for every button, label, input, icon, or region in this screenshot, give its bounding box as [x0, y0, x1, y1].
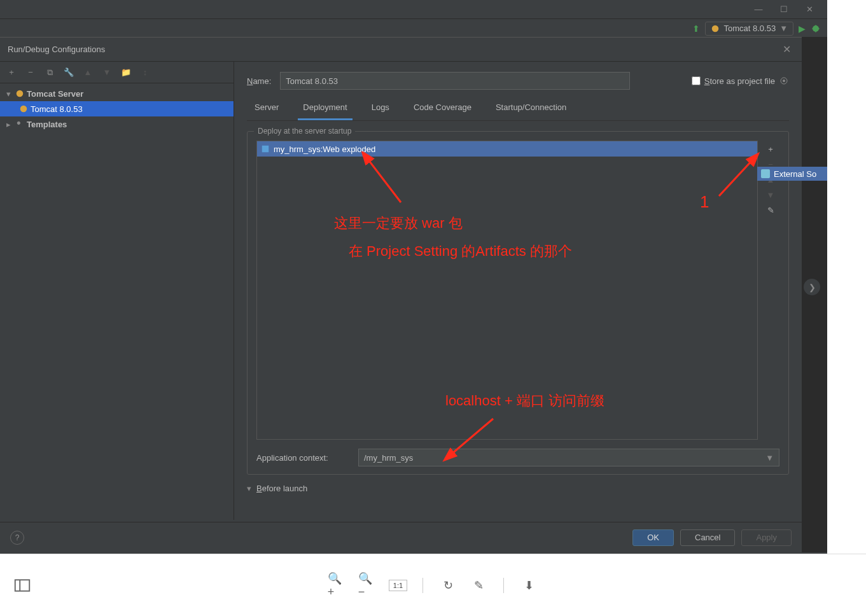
ok-button[interactable]: OK [632, 529, 674, 546]
expand-icon[interactable]: ▾ [6, 89, 13, 99]
zoom-out-icon[interactable]: 🔍− [358, 576, 377, 595]
run-config-selected: Tomcat 8.0.53 [723, 24, 776, 33]
folder-icon[interactable]: 📁 [118, 65, 134, 80]
config-details-pane: Name: Store as project file Server Deplo… [234, 62, 802, 520]
expand-panel-button[interactable]: ❯ [804, 279, 820, 295]
close-dialog-button[interactable]: ✕ [779, 42, 794, 57]
svg-rect-12 [15, 580, 30, 591]
zoom-ratio-box[interactable]: 1:1 [389, 580, 407, 591]
tree-node-tomcat-server[interactable]: ▾ Tomcat Server [0, 86, 234, 101]
right-collapsed-panel: ❯ [802, 37, 827, 552]
svg-point-5 [20, 106, 27, 113]
deploy-section: Deploy at the server startup my_hrm_sys:… [247, 131, 789, 475]
tree-label: Templates [27, 120, 67, 129]
image-viewer-toolbar: 🔍+ 🔍− 1:1 ↻ ✎ ⬇ [0, 554, 866, 616]
help-button[interactable]: ? [10, 531, 24, 545]
tab-logs[interactable]: Logs [367, 99, 395, 120]
app-context-dropdown[interactable]: /my_hrm_sys ▼ [358, 449, 779, 466]
svg-point-7 [783, 80, 785, 82]
gear-icon[interactable] [779, 76, 789, 86]
edit-config-icon[interactable]: 🔧 [61, 65, 76, 80]
deploy-list[interactable]: my_hrm_sys:Web exploded [256, 141, 758, 440]
sidebar-toggle-icon[interactable] [13, 576, 32, 595]
before-launch-section[interactable]: ▾ Before launch [247, 484, 789, 493]
debug-icon[interactable] [811, 24, 821, 34]
deploy-list-item[interactable]: my_hrm_sys:Web exploded [257, 141, 757, 157]
zoom-in-icon[interactable]: 🔍+ [328, 576, 347, 595]
cancel-button[interactable]: Cancel [680, 529, 735, 546]
minimize-button[interactable]: — [746, 1, 771, 18]
main-toolbar: ⬆ Tomcat 8.0.53 ▼ ▶ [0, 19, 827, 38]
expand-icon[interactable]: ▾ [247, 484, 251, 493]
expand-icon[interactable]: ▸ [6, 120, 13, 129]
svg-point-4 [17, 90, 24, 97]
tab-server[interactable]: Server [249, 99, 284, 120]
chevron-down-icon: ▼ [765, 453, 774, 463]
svg-point-0 [712, 25, 719, 32]
popup-item-label: External So [774, 169, 816, 179]
sort-icon[interactable]: ↕ [137, 65, 153, 80]
add-menu-popup-item[interactable]: External So [757, 167, 827, 181]
tomcat-icon [711, 24, 720, 33]
tab-code-coverage[interactable]: Code Coverage [409, 99, 477, 120]
tomcat-icon [15, 89, 24, 98]
app-context-value: /my_hrm_sys [364, 453, 413, 463]
copy-config-icon[interactable]: ⧉ [42, 65, 57, 80]
add-deploy-button[interactable]: + [764, 142, 778, 156]
deploy-down-button[interactable]: ▼ [764, 188, 778, 202]
move-up-icon[interactable]: ▲ [80, 65, 95, 80]
tab-startup-connection[interactable]: Startup/Connection [491, 99, 571, 120]
before-launch-label: Before launch [256, 484, 307, 493]
apply-button[interactable]: Apply [741, 529, 792, 546]
tree-label: Tomcat 8.0.53 [31, 104, 83, 114]
svg-rect-8 [262, 146, 269, 153]
download-icon[interactable]: ⬇ [519, 576, 538, 595]
tomcat-icon [19, 104, 28, 113]
rotate-icon[interactable]: ↻ [438, 576, 457, 595]
edit-deploy-button[interactable]: ✎ [764, 203, 778, 217]
add-config-icon[interactable]: + [4, 65, 19, 80]
store-as-project-checkbox[interactable] [692, 76, 701, 85]
config-tabs: Server Deployment Logs Code Coverage Sta… [247, 99, 789, 121]
config-tree-pane: + − ⧉ 🔧 ▲ ▼ 📁 ↕ ▾ Tomcat Server [0, 62, 234, 520]
name-label: Name: [247, 76, 271, 86]
edit-icon[interactable]: ✎ [469, 576, 488, 595]
run-icon[interactable]: ▶ [799, 24, 806, 34]
deploy-item-label: my_hrm_sys:Web exploded [274, 144, 375, 154]
config-name-input[interactable] [280, 72, 630, 90]
tree-node-tomcat-instance[interactable]: Tomcat 8.0.53 [0, 101, 234, 116]
tree-label: Tomcat Server [27, 89, 83, 99]
tab-deployment[interactable]: Deployment [298, 99, 352, 120]
tree-node-templates[interactable]: ▸ Templates [0, 116, 234, 132]
run-config-dropdown[interactable]: Tomcat 8.0.53 ▼ [705, 22, 793, 36]
titlebar: — ☐ ✕ [0, 0, 827, 19]
artifact-icon [261, 144, 270, 153]
close-window-button[interactable]: ✕ [797, 1, 822, 18]
move-down-icon[interactable]: ▼ [99, 65, 115, 80]
wrench-icon [15, 120, 24, 129]
store-label: Store as project file [704, 76, 775, 86]
remove-config-icon[interactable]: − [23, 65, 38, 80]
external-source-icon [761, 169, 770, 178]
dialog-title: Run/Debug Configurations [8, 45, 105, 54]
app-context-label: Application context: [256, 453, 352, 463]
build-icon[interactable]: ⬆ [692, 24, 700, 34]
maximize-button[interactable]: ☐ [771, 1, 797, 18]
deploy-legend: Deploy at the server startup [254, 127, 355, 136]
